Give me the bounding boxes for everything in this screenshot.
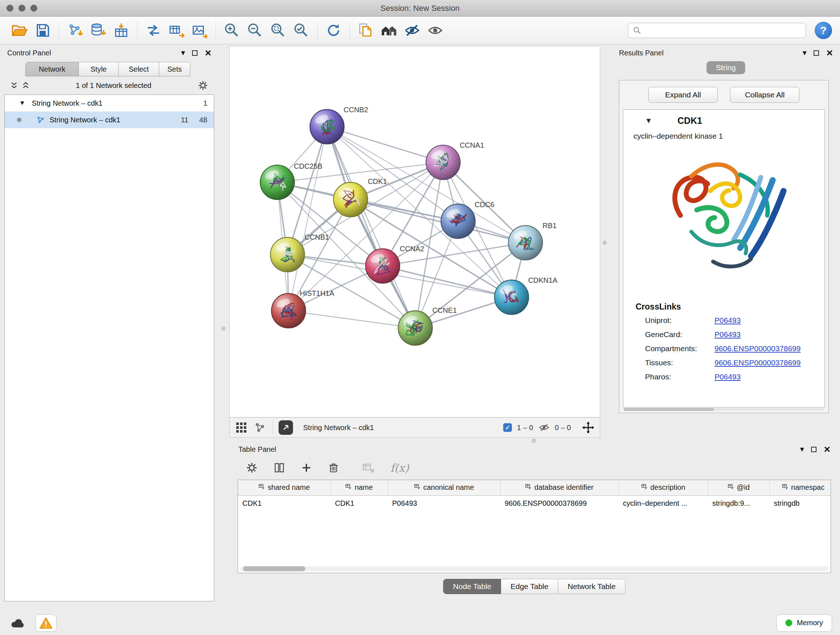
- birdseye-grid-icon[interactable]: [235, 421, 248, 434]
- table-cell[interactable]: 9606.ENSP00000378699: [500, 495, 619, 511]
- zoom-window-button[interactable]: [30, 5, 37, 11]
- collapse-section-icon[interactable]: ▼: [645, 117, 652, 125]
- show-home-networks-button[interactable]: [379, 21, 399, 40]
- zoom-selected-button[interactable]: [292, 21, 311, 40]
- splitter-grip[interactable]: [603, 241, 607, 245]
- tab-node-table[interactable]: Node Table: [443, 579, 501, 594]
- copy-session-button[interactable]: [356, 21, 376, 40]
- zoom-out-button[interactable]: [245, 21, 265, 40]
- zoom-in-button[interactable]: [222, 21, 242, 40]
- splitter-grip[interactable]: [221, 326, 225, 331]
- scrollbar-thumb[interactable]: [624, 408, 714, 411]
- crosslink-value-link[interactable]: 9606.ENSP00000378699: [714, 344, 801, 353]
- network-edge[interactable]: [327, 127, 443, 162]
- help-button[interactable]: ?: [815, 22, 832, 39]
- close-panel-icon[interactable]: ×: [826, 49, 833, 57]
- export-table-button[interactable]: [167, 21, 186, 40]
- table-row[interactable]: CDK1CDK1P064939606.ENSP00000378699cyclin…: [238, 495, 831, 511]
- float-panel-icon[interactable]: [811, 447, 816, 452]
- tab-network[interactable]: Network: [25, 62, 79, 76]
- export-image-button[interactable]: [190, 21, 210, 40]
- expand-all-chevrons-icon[interactable]: [10, 81, 18, 90]
- tab-style[interactable]: Style: [79, 62, 118, 76]
- table-cell[interactable]: P06493: [388, 495, 500, 511]
- scrollbar-thumb[interactable]: [243, 566, 305, 571]
- attribute-table[interactable]: shared namenamecanonical namedatabase id…: [238, 480, 831, 511]
- close-panel-icon[interactable]: ×: [824, 445, 830, 454]
- show-selected-button[interactable]: [425, 21, 445, 40]
- panel-menu-icon[interactable]: ▾: [802, 49, 806, 57]
- open-session-button[interactable]: [10, 21, 29, 40]
- collapse-all-button[interactable]: Collapse All: [730, 87, 799, 103]
- function-builder-icon[interactable]: f(x): [390, 462, 409, 474]
- column-header-@id[interactable]: @id: [708, 480, 769, 495]
- merge-networks-button[interactable]: [144, 21, 163, 40]
- network-collection-row[interactable]: ▼ String Network – cdk1 1: [5, 95, 214, 111]
- delete-table-icon[interactable]: [362, 461, 375, 474]
- tab-network-table[interactable]: Network Table: [558, 579, 625, 594]
- table-cell[interactable]: CDK1: [331, 495, 388, 511]
- crosslink-value-link[interactable]: P06493: [714, 330, 741, 339]
- column-header-canonical-name[interactable]: canonical name: [388, 480, 500, 495]
- collapse-all-chevrons-icon[interactable]: [22, 81, 30, 90]
- pan-move-icon[interactable]: [582, 421, 595, 434]
- toolbar-search[interactable]: [628, 23, 806, 38]
- table-cell[interactable]: CDK1: [238, 495, 331, 511]
- zoom-fit-button[interactable]: [268, 21, 288, 40]
- refresh-view-button[interactable]: [324, 21, 343, 40]
- panel-menu-icon[interactable]: ▾: [800, 445, 804, 453]
- panel-menu-icon[interactable]: ▾: [181, 49, 185, 57]
- open-in-new-window-button[interactable]: [279, 420, 293, 435]
- memory-button[interactable]: Memory: [776, 614, 832, 632]
- column-header-name[interactable]: name: [331, 480, 388, 495]
- expand-all-button[interactable]: Expand All: [648, 87, 718, 103]
- search-input[interactable]: [644, 27, 801, 35]
- network-edge[interactable]: [289, 127, 327, 310]
- cloud-status-button[interactable]: [8, 614, 27, 632]
- column-header-description[interactable]: description: [619, 480, 708, 495]
- minimize-window-button[interactable]: [19, 5, 25, 11]
- tree-expand-icon[interactable]: ▼: [19, 100, 25, 107]
- network-edge[interactable]: [327, 127, 415, 328]
- float-panel-icon[interactable]: [813, 50, 819, 56]
- import-network-from-database-button[interactable]: [88, 21, 108, 40]
- gear-icon[interactable]: [197, 80, 208, 91]
- column-header-namespac[interactable]: namespac: [769, 480, 831, 495]
- save-session-button[interactable]: [33, 21, 52, 40]
- warnings-button[interactable]: [35, 614, 57, 632]
- network-graph[interactable]: CCNB2CCNA1CDC25BCDK1CDC6RB1CCNB1CCNA2CDK…: [230, 46, 600, 417]
- protein-section-header[interactable]: ▼ CDK1: [623, 110, 824, 130]
- add-column-plus-icon[interactable]: [301, 462, 312, 473]
- tab-select[interactable]: Select: [118, 62, 159, 76]
- table-cell[interactable]: cyclin–dependent ...: [619, 495, 708, 511]
- tab-edge-table[interactable]: Edge Table: [501, 579, 558, 594]
- selected-checkbox-icon[interactable]: ✓: [503, 423, 512, 432]
- import-table-from-file-button[interactable]: [111, 21, 131, 40]
- table-cell[interactable]: stringdb:9...: [708, 495, 769, 511]
- crosslink-value-link[interactable]: P06493: [714, 372, 741, 381]
- tab-string[interactable]: String: [706, 61, 745, 74]
- show-columns-icon[interactable]: [273, 462, 286, 474]
- table-horizontal-scrollbar[interactable]: [240, 566, 829, 571]
- close-window-button[interactable]: [6, 5, 13, 11]
- column-header-shared-name[interactable]: shared name: [238, 480, 331, 495]
- hide-selected-button[interactable]: [402, 21, 422, 40]
- network-share-icon[interactable]: [254, 421, 267, 434]
- column-header-database-identifier[interactable]: database identifier: [500, 480, 619, 495]
- close-panel-icon[interactable]: ×: [205, 49, 211, 57]
- splitter-grip[interactable]: [532, 439, 536, 443]
- crosslink-value-link[interactable]: P06493: [714, 316, 741, 325]
- network-row-selected[interactable]: String Network – cdk1 11 48: [5, 111, 214, 128]
- network-node-CCNA1[interactable]: [426, 145, 461, 180]
- tab-sets[interactable]: Sets: [159, 62, 190, 76]
- network-edge[interactable]: [351, 200, 525, 242]
- crosslink-value-link[interactable]: 9606.ENSP00000378699: [714, 358, 801, 367]
- delete-column-trash-icon[interactable]: [327, 462, 340, 474]
- network-canvas[interactable]: CCNB2CCNA1CDC25BCDK1CDC6RB1CCNB1CCNA2CDK…: [229, 46, 600, 417]
- network-edge[interactable]: [289, 310, 415, 328]
- table-settings-gear-icon[interactable]: [246, 462, 258, 474]
- float-panel-icon[interactable]: [192, 50, 197, 56]
- table-cell[interactable]: stringdb: [769, 495, 831, 511]
- import-network-from-file-button[interactable]: [65, 21, 85, 40]
- results-horizontal-scrollbar[interactable]: [624, 408, 824, 411]
